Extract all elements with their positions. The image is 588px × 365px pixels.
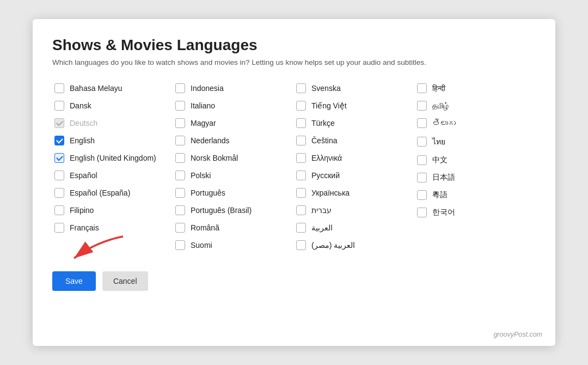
language-checkbox[interactable] <box>175 188 185 198</box>
language-checkbox[interactable] <box>175 223 185 233</box>
language-checkbox[interactable] <box>296 153 306 163</box>
language-item[interactable]: Română <box>173 219 294 236</box>
language-item[interactable]: 한국어 <box>415 204 536 221</box>
language-checkbox[interactable] <box>296 101 306 111</box>
language-item[interactable]: Русский <box>294 167 415 184</box>
language-checkbox[interactable] <box>54 223 64 233</box>
language-checkbox[interactable] <box>296 188 306 198</box>
language-checkbox[interactable] <box>54 83 64 93</box>
language-checkbox[interactable] <box>54 118 64 128</box>
language-label: Română <box>191 223 219 232</box>
language-item[interactable]: Filipino <box>52 202 173 219</box>
language-label: Čeština <box>311 136 337 145</box>
language-checkbox[interactable] <box>175 240 185 250</box>
language-checkbox[interactable] <box>296 171 306 180</box>
language-checkbox[interactable] <box>296 223 306 233</box>
language-checkbox[interactable] <box>175 83 185 93</box>
language-item[interactable]: தமிழ் <box>415 97 536 114</box>
language-item[interactable]: English <box>52 132 173 149</box>
language-item[interactable]: Português (Brasil) <box>173 202 294 219</box>
language-checkbox[interactable] <box>417 137 427 147</box>
language-item[interactable]: Українська <box>294 184 415 202</box>
language-label: Norsk Bokmål <box>191 154 238 162</box>
language-checkbox[interactable] <box>175 136 185 145</box>
language-item[interactable]: Bahasa Melayu <box>52 80 173 97</box>
language-checkbox[interactable] <box>417 208 427 217</box>
language-checkbox[interactable] <box>417 190 427 200</box>
language-item[interactable]: ไทย <box>415 132 536 151</box>
language-checkbox[interactable] <box>175 118 185 128</box>
language-checkbox[interactable] <box>54 101 64 111</box>
language-checkbox[interactable] <box>175 171 185 180</box>
language-checkbox[interactable] <box>54 136 64 145</box>
dialog-subtitle: Which languages do you like to watch sho… <box>52 58 536 66</box>
language-item[interactable]: العربية (مصر) <box>294 236 415 254</box>
language-item[interactable]: עברית <box>294 202 415 219</box>
language-checkbox[interactable] <box>54 188 64 198</box>
language-item[interactable]: Norsk Bokmål <box>173 149 294 167</box>
language-item[interactable]: Español (España) <box>52 184 173 202</box>
language-checkbox[interactable] <box>296 118 306 128</box>
language-dialog: Shows & Movies Languages Which languages… <box>33 19 555 346</box>
language-label: Italiano <box>191 101 215 110</box>
language-item[interactable]: 日本語 <box>415 169 536 186</box>
language-label: עברית <box>311 206 332 215</box>
language-item[interactable]: Svenska <box>294 80 415 97</box>
language-item[interactable]: Türkçe <box>294 114 415 132</box>
language-label: Magyar <box>191 119 216 127</box>
language-label: 한국어 <box>432 208 455 217</box>
language-checkbox[interactable] <box>175 101 185 111</box>
language-item[interactable]: العربية <box>294 219 415 236</box>
language-item[interactable]: Dansk <box>52 97 173 114</box>
language-item[interactable]: తెలుగు <box>415 114 536 132</box>
language-item[interactable]: Indonesia <box>173 80 294 97</box>
language-checkbox[interactable] <box>417 101 427 111</box>
language-item[interactable]: 中文 <box>415 151 536 169</box>
language-item[interactable]: Español <box>52 167 173 184</box>
language-item[interactable]: हिन्दी <box>415 80 536 97</box>
language-item[interactable]: Português <box>173 184 294 202</box>
language-checkbox[interactable] <box>296 136 306 145</box>
language-checkbox[interactable] <box>296 240 306 250</box>
language-item[interactable]: Polski <box>173 167 294 184</box>
language-item[interactable]: Nederlands <box>173 132 294 149</box>
language-item[interactable]: Italiano <box>173 97 294 114</box>
language-item[interactable]: Magyar <box>173 114 294 132</box>
language-column-3: हिन्दीதமிழ்తెలుగుไทย中文日本語粵語한국어 <box>415 80 536 254</box>
language-checkbox[interactable] <box>54 205 64 215</box>
language-checkbox[interactable] <box>54 171 64 180</box>
language-label: Nederlands <box>191 136 230 145</box>
language-label: العربية <box>311 223 333 232</box>
language-checkbox[interactable] <box>417 155 427 165</box>
language-label: Español (España) <box>70 188 130 197</box>
language-item[interactable]: Čeština <box>294 132 415 149</box>
language-item[interactable]: Deutsch <box>52 114 173 132</box>
language-item[interactable]: Français <box>52 219 173 236</box>
language-label: Türkçe <box>311 119 335 127</box>
language-label: Ελληνικά <box>311 154 342 162</box>
language-label: Español <box>70 171 97 180</box>
language-checkbox[interactable] <box>54 153 64 163</box>
language-checkbox[interactable] <box>175 153 185 163</box>
language-label: Polski <box>191 171 211 180</box>
language-checkbox[interactable] <box>175 205 185 215</box>
language-column-2: SvenskaTiếng ViệtTürkçeČeštinaΕλληνικάРу… <box>294 80 415 254</box>
language-label: العربية (مصر) <box>311 241 355 250</box>
language-item[interactable]: 粵語 <box>415 186 536 204</box>
language-item[interactable]: English (United Kingdom) <box>52 149 173 167</box>
language-label: हिन्दी <box>432 84 445 93</box>
language-checkbox[interactable] <box>417 118 427 128</box>
language-label: Suomi <box>191 241 212 250</box>
language-label: Filipino <box>70 206 94 215</box>
language-item[interactable]: Tiếng Việt <box>294 97 415 114</box>
language-item[interactable]: Suomi <box>173 236 294 254</box>
footer: Save Cancel <box>52 271 536 291</box>
language-checkbox[interactable] <box>417 173 427 182</box>
language-checkbox[interactable] <box>296 205 306 215</box>
save-button[interactable]: Save <box>52 271 96 291</box>
language-label: Português (Brasil) <box>191 206 252 215</box>
language-checkbox[interactable] <box>296 83 306 93</box>
language-checkbox[interactable] <box>417 83 427 93</box>
cancel-button[interactable]: Cancel <box>102 271 148 291</box>
language-item[interactable]: Ελληνικά <box>294 149 415 167</box>
